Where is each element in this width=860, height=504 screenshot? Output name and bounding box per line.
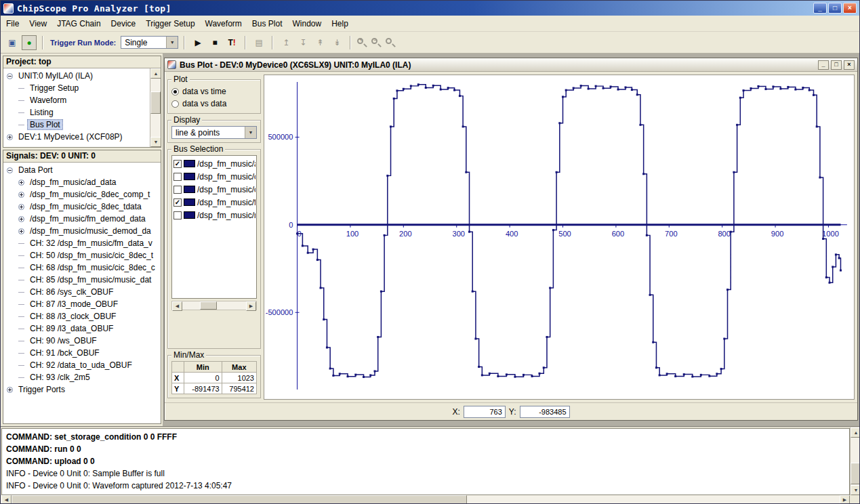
project-tree-scrollbar[interactable]: ▲ ▼ xyxy=(150,68,161,147)
trigger-run-mode-select[interactable]: Single ▼ xyxy=(121,36,178,49)
console-hscrollbar[interactable]: ◀ ▶ xyxy=(1,495,850,504)
tree-item[interactable]: Waveform xyxy=(3,94,150,106)
bus-list-item[interactable]: ✓/dsp_fm_music/a xyxy=(173,157,255,170)
tree-item[interactable]: CH: 85 /dsp_fm_music/music_dat xyxy=(3,274,161,286)
menu-item-view[interactable]: View xyxy=(29,19,47,28)
bus-list-scrollbar[interactable]: ◀ ▶ xyxy=(171,301,257,310)
scrollbar-track[interactable] xyxy=(150,79,161,137)
tree-item[interactable]: CH: 93 /clk_2m5 xyxy=(3,371,161,383)
menu-item-jtag-chain[interactable]: JTAG Chain xyxy=(57,19,100,28)
bus-list-item[interactable]: ✓/dsp_fm_music/f xyxy=(173,196,255,209)
maximize-button[interactable]: □ xyxy=(831,60,842,70)
scrollbar-track[interactable] xyxy=(851,438,860,485)
scrollbar-thumb[interactable] xyxy=(200,301,216,310)
scroll-left-icon[interactable]: ◀ xyxy=(1,495,12,504)
tree-item[interactable]: CH: 92 /data_to_uda_OBUF xyxy=(3,359,161,371)
scrollbar-thumb[interactable] xyxy=(12,495,467,504)
bus-list-item[interactable]: /dsp_fm_music/m xyxy=(173,209,255,222)
scroll-right-icon[interactable]: ▶ xyxy=(246,301,256,311)
checkbox-icon[interactable]: ✓ xyxy=(173,198,182,207)
tree-item[interactable]: /dsp_fm_music/music_demod_da xyxy=(3,225,161,237)
tree-expander-icon[interactable] xyxy=(18,228,24,234)
scrollbar-thumb[interactable] xyxy=(150,91,161,114)
bus-list-item[interactable]: /dsp_fm_music/c xyxy=(173,183,255,196)
close-button[interactable]: × xyxy=(843,3,857,14)
menu-item-trigger-setup[interactable]: Trigger Setup xyxy=(146,19,194,28)
tree-expander-icon[interactable] xyxy=(7,134,13,140)
prev-trigger-icon[interactable]: ↟ xyxy=(312,35,327,50)
scroll-left-icon[interactable]: ◀ xyxy=(172,301,182,311)
tree-item[interactable]: CH: 86 /sys_clk_OBUF xyxy=(3,286,161,298)
tree-expander-icon[interactable] xyxy=(18,180,24,186)
bus-list-item[interactable]: /dsp_fm_music/c xyxy=(173,170,255,183)
tree-item[interactable]: CH: 68 /dsp_fm_music/cic_8dec_c xyxy=(3,261,161,274)
close-button[interactable]: × xyxy=(844,60,855,70)
tree-item[interactable]: CH: 88 /l3_clock_OBUF xyxy=(3,310,161,322)
checkbox-icon[interactable]: ✓ xyxy=(173,160,182,168)
tree-item[interactable]: UNIT:0 MyILA0 (ILA) xyxy=(3,70,150,82)
scroll-down-icon[interactable]: ▼ xyxy=(150,137,161,147)
tree-item[interactable]: CH: 90 /ws_OBUF xyxy=(3,335,161,347)
bus-plot-titlebar[interactable]: Bus Plot - DEV:0 MyDevice0 (XC6SLX9) UNI… xyxy=(165,58,857,72)
chevron-down-icon[interactable]: ▼ xyxy=(166,37,178,48)
tree-item[interactable]: CH: 87 /l3_mode_OBUF xyxy=(3,298,161,310)
scroll-right-icon[interactable]: ▶ xyxy=(840,495,850,504)
menu-item-device[interactable]: Device xyxy=(111,19,136,28)
menu-item-bus-plot[interactable]: Bus Plot xyxy=(252,19,283,28)
next-trigger-icon[interactable]: ↡ xyxy=(329,35,344,50)
tree-item[interactable]: Trigger Setup xyxy=(3,82,150,94)
tree-expander-icon[interactable] xyxy=(7,387,13,393)
tree-item[interactable]: CH: 89 /l3_data_OBUF xyxy=(3,322,161,335)
menu-item-window[interactable]: Window xyxy=(293,19,322,28)
tree-item[interactable]: CH: 32 /dsp_fm_music/fm_data_v xyxy=(3,237,161,249)
tree-item[interactable]: /dsp_fm_music/cic_8dec_tdata xyxy=(3,201,161,213)
checkbox-icon[interactable] xyxy=(173,186,182,194)
minimize-button[interactable]: _ xyxy=(813,3,827,14)
jtag-chain-status-icon[interactable]: ● xyxy=(22,35,37,50)
scrollbar-track[interactable] xyxy=(12,495,840,504)
next-sample-icon[interactable]: ↧ xyxy=(295,35,310,50)
cascade-windows-icon[interactable]: ▣ xyxy=(5,35,20,50)
tree-item[interactable]: Trigger Ports xyxy=(3,383,161,396)
scrollbar-track[interactable] xyxy=(182,301,246,310)
maximize-button[interactable]: □ xyxy=(828,3,842,14)
zoom-fit-icon[interactable] xyxy=(385,37,396,48)
console-output[interactable]: COMMAND: set_storage_condition 0 0 FFFFC… xyxy=(1,428,850,495)
scrollbar-thumb[interactable] xyxy=(851,463,860,484)
menu-item-waveform[interactable]: Waveform xyxy=(205,19,242,28)
zoom-out-icon[interactable]: − xyxy=(371,37,382,48)
tree-expander-icon[interactable] xyxy=(18,204,24,210)
app-titlebar[interactable]: ChipScope Pro Analyzer [top] _□× xyxy=(1,1,859,16)
prev-sample-icon[interactable]: ↥ xyxy=(279,35,293,50)
tree-item[interactable]: /dsp_fm_music/cic_8dec_comp_t xyxy=(3,188,161,201)
menu-item-help[interactable]: Help xyxy=(331,19,348,28)
minimize-button[interactable]: _ xyxy=(818,60,829,70)
tree-item[interactable]: CH: 91 /bck_OBUF xyxy=(3,347,161,359)
menu-item-file[interactable]: File xyxy=(6,19,19,28)
chevron-down-icon[interactable]: ▼ xyxy=(245,127,256,138)
cursor-y-field[interactable]: -983485 xyxy=(520,406,570,418)
tree-item[interactable]: DEV:1 MyDevice1 (XCF08P) xyxy=(3,131,150,143)
display-mode-select[interactable]: line & points ▼ xyxy=(171,126,257,139)
checkbox-icon[interactable] xyxy=(173,173,182,181)
tree-expander-icon[interactable] xyxy=(18,216,24,222)
tree-item[interactable]: CH: 50 /dsp_fm_music/cic_8dec_t xyxy=(3,249,161,261)
scroll-down-icon[interactable]: ▼ xyxy=(851,485,860,495)
cursor-x-field[interactable]: 763 xyxy=(464,406,506,418)
trigger-immediate-button[interactable]: T! xyxy=(224,35,239,50)
scroll-up-icon[interactable]: ▲ xyxy=(150,68,161,79)
tree-expander-icon[interactable] xyxy=(18,192,24,198)
radio-data-vs-time[interactable]: data vs time xyxy=(171,85,257,98)
scroll-up-icon[interactable]: ▲ xyxy=(851,427,860,438)
export-icon[interactable]: ▤ xyxy=(251,35,266,50)
stop-acquisition-icon[interactable]: ■ xyxy=(207,35,222,50)
tree-item[interactable]: Data Port xyxy=(3,164,161,176)
tree-item[interactable]: Listing xyxy=(3,106,150,119)
console-vscrollbar[interactable]: ▲ ▼ xyxy=(850,427,860,495)
run-trigger-icon[interactable]: ▶ xyxy=(190,35,205,50)
tree-item[interactable]: Bus Plot xyxy=(3,119,150,131)
tree-item[interactable]: /dsp_fm_music/ad_data xyxy=(3,176,161,188)
tree-item[interactable]: /dsp_fm_music/fm_demod_data xyxy=(3,213,161,225)
checkbox-icon[interactable] xyxy=(173,211,182,219)
zoom-in-icon[interactable]: + xyxy=(356,37,367,48)
